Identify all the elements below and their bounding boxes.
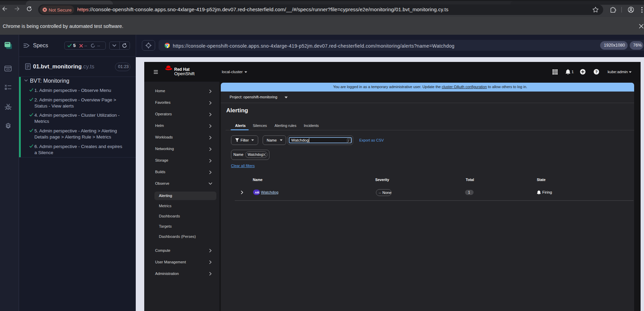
svg-text:?: ? (595, 70, 598, 74)
